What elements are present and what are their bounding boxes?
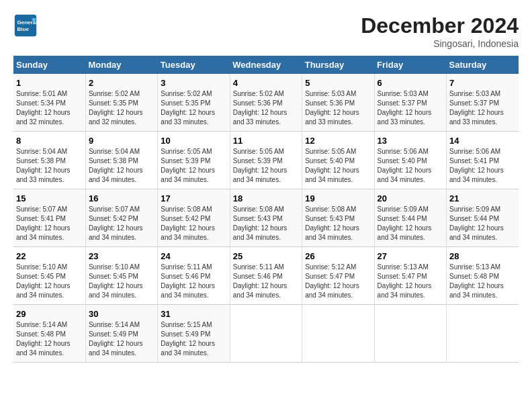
- day-cell: 8Sunrise: 5:04 AMSunset: 5:38 PMDaylight…: [13, 132, 85, 189]
- day-number: 19: [305, 193, 371, 203]
- day-cell: [230, 305, 302, 363]
- week-row-5: 29Sunrise: 5:14 AMSunset: 5:48 PMDayligh…: [13, 305, 519, 363]
- day-info: Sunrise: 5:04 AMSunset: 5:38 PMDaylight:…: [89, 148, 143, 183]
- day-cell: 27Sunrise: 5:13 AMSunset: 5:47 PMDayligh…: [374, 247, 446, 305]
- day-cell: 14Sunrise: 5:06 AMSunset: 5:41 PMDayligh…: [447, 132, 519, 189]
- day-number: 15: [16, 193, 83, 203]
- day-info: Sunrise: 5:07 AMSunset: 5:41 PMDaylight:…: [16, 205, 71, 241]
- day-number: 23: [89, 251, 154, 261]
- day-cell: 4Sunrise: 5:02 AMSunset: 5:36 PMDaylight…: [230, 74, 302, 132]
- col-header-sunday: Sunday: [13, 56, 85, 74]
- col-header-tuesday: Tuesday: [158, 56, 230, 74]
- day-info: Sunrise: 5:14 AMSunset: 5:48 PMDaylight:…: [16, 321, 71, 357]
- day-number: 31: [161, 309, 226, 319]
- day-cell: 26Sunrise: 5:12 AMSunset: 5:47 PMDayligh…: [302, 247, 374, 305]
- day-cell: 22Sunrise: 5:10 AMSunset: 5:45 PMDayligh…: [13, 247, 85, 305]
- day-cell: [447, 305, 519, 363]
- day-info: Sunrise: 5:08 AMSunset: 5:43 PMDaylight:…: [233, 205, 287, 241]
- col-header-wednesday: Wednesday: [230, 56, 302, 74]
- day-info: Sunrise: 5:09 AMSunset: 5:44 PMDaylight:…: [378, 205, 432, 241]
- week-row-3: 15Sunrise: 5:07 AMSunset: 5:41 PMDayligh…: [13, 189, 519, 247]
- day-info: Sunrise: 5:11 AMSunset: 5:46 PMDaylight:…: [233, 263, 287, 299]
- day-info: Sunrise: 5:11 AMSunset: 5:46 PMDaylight:…: [161, 263, 215, 299]
- col-header-friday: Friday: [374, 56, 446, 74]
- day-cell: 16Sunrise: 5:07 AMSunset: 5:42 PMDayligh…: [85, 189, 157, 247]
- day-cell: [374, 305, 446, 363]
- day-cell: 25Sunrise: 5:11 AMSunset: 5:46 PMDayligh…: [230, 247, 302, 305]
- day-info: Sunrise: 5:08 AMSunset: 5:42 PMDaylight:…: [161, 205, 215, 241]
- day-number: 17: [161, 193, 226, 203]
- day-info: Sunrise: 5:07 AMSunset: 5:42 PMDaylight:…: [89, 205, 143, 241]
- day-info: Sunrise: 5:02 AMSunset: 5:35 PMDaylight:…: [89, 90, 143, 126]
- day-cell: 23Sunrise: 5:10 AMSunset: 5:45 PMDayligh…: [85, 247, 157, 305]
- day-cell: 2Sunrise: 5:02 AMSunset: 5:35 PMDaylight…: [85, 74, 157, 132]
- day-number: 9: [89, 136, 154, 146]
- day-info: Sunrise: 5:05 AMSunset: 5:39 PMDaylight:…: [233, 148, 287, 183]
- day-number: 12: [305, 136, 371, 146]
- day-cell: 6Sunrise: 5:03 AMSunset: 5:37 PMDaylight…: [374, 74, 446, 132]
- title-block: December 2024 Singosari, Indonesia: [361, 13, 519, 49]
- day-info: Sunrise: 5:05 AMSunset: 5:40 PMDaylight:…: [305, 148, 359, 183]
- day-number: 2: [89, 78, 154, 88]
- day-number: 16: [89, 193, 154, 203]
- day-cell: 28Sunrise: 5:13 AMSunset: 5:48 PMDayligh…: [447, 247, 519, 305]
- day-info: Sunrise: 5:03 AMSunset: 5:36 PMDaylight:…: [305, 90, 359, 126]
- page-header: General Blue December 2024 Singosari, In…: [13, 13, 519, 49]
- day-number: 1: [16, 78, 83, 88]
- day-number: 27: [378, 251, 443, 261]
- day-number: 18: [233, 193, 299, 203]
- day-number: 6: [378, 78, 443, 88]
- day-number: 21: [449, 193, 516, 203]
- day-cell: [302, 305, 374, 363]
- day-info: Sunrise: 5:14 AMSunset: 5:49 PMDaylight:…: [89, 321, 143, 357]
- day-cell: 31Sunrise: 5:15 AMSunset: 5:49 PMDayligh…: [158, 305, 230, 363]
- day-info: Sunrise: 5:10 AMSunset: 5:45 PMDaylight:…: [89, 263, 143, 299]
- day-number: 10: [161, 136, 226, 146]
- logo: General Blue: [13, 13, 38, 38]
- day-info: Sunrise: 5:09 AMSunset: 5:44 PMDaylight:…: [449, 205, 504, 241]
- day-info: Sunrise: 5:01 AMSunset: 5:34 PMDaylight:…: [16, 90, 71, 126]
- day-info: Sunrise: 5:02 AMSunset: 5:35 PMDaylight:…: [161, 90, 215, 126]
- week-row-4: 22Sunrise: 5:10 AMSunset: 5:45 PMDayligh…: [13, 247, 519, 305]
- day-info: Sunrise: 5:15 AMSunset: 5:49 PMDaylight:…: [161, 321, 215, 357]
- day-number: 29: [16, 309, 83, 319]
- day-info: Sunrise: 5:06 AMSunset: 5:40 PMDaylight:…: [378, 148, 432, 183]
- day-number: 22: [16, 251, 83, 261]
- day-number: 3: [161, 78, 226, 88]
- day-info: Sunrise: 5:03 AMSunset: 5:37 PMDaylight:…: [378, 90, 432, 126]
- day-cell: 5Sunrise: 5:03 AMSunset: 5:36 PMDaylight…: [302, 74, 374, 132]
- day-cell: 9Sunrise: 5:04 AMSunset: 5:38 PMDaylight…: [85, 132, 157, 189]
- day-cell: 17Sunrise: 5:08 AMSunset: 5:42 PMDayligh…: [158, 189, 230, 247]
- day-number: 7: [449, 78, 516, 88]
- day-cell: 15Sunrise: 5:07 AMSunset: 5:41 PMDayligh…: [13, 189, 85, 247]
- logo-icon: General Blue: [13, 13, 38, 38]
- day-cell: 11Sunrise: 5:05 AMSunset: 5:39 PMDayligh…: [230, 132, 302, 189]
- day-cell: 20Sunrise: 5:09 AMSunset: 5:44 PMDayligh…: [374, 189, 446, 247]
- col-header-monday: Monday: [85, 56, 157, 74]
- day-number: 5: [305, 78, 371, 88]
- month-title: December 2024: [361, 13, 519, 38]
- day-cell: 29Sunrise: 5:14 AMSunset: 5:48 PMDayligh…: [13, 305, 85, 363]
- day-number: 28: [449, 251, 516, 261]
- day-info: Sunrise: 5:12 AMSunset: 5:47 PMDaylight:…: [305, 263, 359, 299]
- location: Singosari, Indonesia: [361, 38, 519, 49]
- day-number: 24: [161, 251, 226, 261]
- day-number: 13: [378, 136, 443, 146]
- day-cell: 18Sunrise: 5:08 AMSunset: 5:43 PMDayligh…: [230, 189, 302, 247]
- day-cell: 12Sunrise: 5:05 AMSunset: 5:40 PMDayligh…: [302, 132, 374, 189]
- day-cell: 1Sunrise: 5:01 AMSunset: 5:34 PMDaylight…: [13, 74, 85, 132]
- day-number: 26: [305, 251, 371, 261]
- col-header-saturday: Saturday: [447, 56, 519, 74]
- day-cell: 3Sunrise: 5:02 AMSunset: 5:35 PMDaylight…: [158, 74, 230, 132]
- day-cell: 19Sunrise: 5:08 AMSunset: 5:43 PMDayligh…: [302, 189, 374, 247]
- svg-text:Blue: Blue: [17, 26, 29, 32]
- col-header-thursday: Thursday: [302, 56, 374, 74]
- day-cell: 30Sunrise: 5:14 AMSunset: 5:49 PMDayligh…: [85, 305, 157, 363]
- header-row: SundayMondayTuesdayWednesdayThursdayFrid…: [13, 56, 519, 74]
- day-info: Sunrise: 5:04 AMSunset: 5:38 PMDaylight:…: [16, 148, 71, 183]
- day-cell: 24Sunrise: 5:11 AMSunset: 5:46 PMDayligh…: [158, 247, 230, 305]
- calendar-table: SundayMondayTuesdayWednesdayThursdayFrid…: [13, 56, 519, 363]
- day-number: 20: [378, 193, 443, 203]
- day-info: Sunrise: 5:08 AMSunset: 5:43 PMDaylight:…: [305, 205, 359, 241]
- week-row-2: 8Sunrise: 5:04 AMSunset: 5:38 PMDaylight…: [13, 132, 519, 189]
